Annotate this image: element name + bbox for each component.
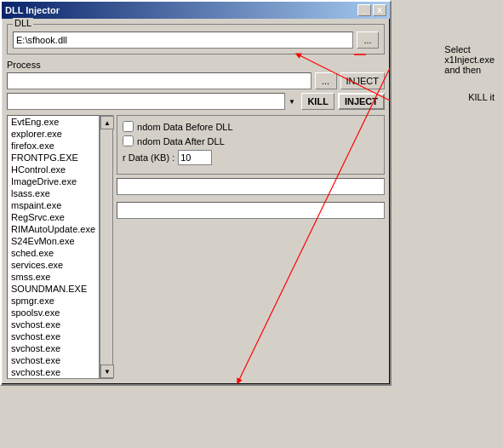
list-item[interactable]: S24EvMon.exe <box>8 235 99 247</box>
dll-injector-window: DLL Injector _ X DLL ... Process <box>0 0 392 386</box>
process-label: Process <box>7 60 385 70</box>
right-panel: ndom Data Before DLL ndom Data After DLL… <box>117 115 385 379</box>
list-item[interactable]: svchost.exe <box>8 354 99 366</box>
kill-button[interactable]: KILL <box>301 93 334 110</box>
combo-dropdown-arrow[interactable]: ▼ <box>284 93 298 110</box>
title-bar: DLL Injector _ X <box>2 2 390 19</box>
list-item[interactable]: svchost.exe <box>8 366 99 378</box>
dll-label: DLL <box>13 18 33 28</box>
dropdown-row: ▼ KILL INJECT <box>7 93 385 110</box>
scroll-up-button[interactable]: ▲ <box>100 116 114 129</box>
list-item[interactable]: svchost.exe <box>8 378 99 379</box>
random-after-label: ndom Data After DLL <box>137 136 225 146</box>
random-before-checkbox[interactable] <box>123 121 134 132</box>
process-combo-wrapper: ▼ <box>7 93 298 110</box>
process-browse-button[interactable]: ... <box>315 72 337 89</box>
dll-group: DLL ... <box>7 24 385 55</box>
window-title: DLL Injector <box>5 5 60 15</box>
list-item[interactable]: RIMAutoUpdate.exe <box>8 223 99 235</box>
data-kb-input[interactable] <box>178 150 212 165</box>
list-item[interactable]: smss.exe <box>8 271 99 283</box>
scroll-down-button[interactable]: ▼ <box>100 365 114 378</box>
list-item[interactable]: spmgr.exe <box>8 295 99 307</box>
list-item[interactable]: ImageDrive.exe <box>8 175 99 187</box>
list-item[interactable]: RegSrvc.exe <box>8 211 99 223</box>
annotation-1: Selectx1Inject.exeand then <box>444 44 494 75</box>
text-box-1 <box>117 178 385 195</box>
process-scrollbar[interactable]: ▲ ▼ <box>100 115 113 379</box>
scroll-track[interactable] <box>100 129 112 365</box>
list-item[interactable]: sched.exe <box>8 247 99 259</box>
annotation-2: KILL it <box>468 92 494 102</box>
process-list[interactable]: EvtEng.exeexplorer.exefirefox.exeFRONTPG… <box>7 115 100 379</box>
main-area: EvtEng.exeexplorer.exefirefox.exeFRONTPG… <box>7 115 385 379</box>
process-inject-button[interactable]: INJECT <box>340 72 386 89</box>
dll-path-input[interactable] <box>13 32 353 49</box>
random-before-row: ndom Data Before DLL <box>123 121 379 132</box>
list-item[interactable]: svchost.exe <box>8 342 99 354</box>
list-item[interactable]: EvtEng.exe <box>8 116 99 128</box>
list-item[interactable]: SOUNDMAN.EXE <box>8 283 99 295</box>
random-before-label: ndom Data Before DLL <box>137 122 233 132</box>
close-button[interactable]: X <box>373 4 386 16</box>
list-item[interactable]: mspaint.exe <box>8 199 99 211</box>
random-after-checkbox[interactable] <box>123 135 134 146</box>
random-after-row: ndom Data After DLL <box>123 135 379 146</box>
minimize-button[interactable]: _ <box>357 4 371 16</box>
list-item[interactable]: explorer.exe <box>8 128 99 140</box>
list-item[interactable]: spoolsv.exe <box>8 307 99 319</box>
list-item[interactable]: firefox.exe <box>8 140 99 152</box>
process-input[interactable] <box>7 72 312 89</box>
process-combo-input[interactable] <box>7 93 298 110</box>
list-item[interactable]: FRONTPG.EXE <box>8 152 99 164</box>
list-item[interactable]: HControl.exe <box>8 164 99 175</box>
inject2-button[interactable]: INJECT <box>338 93 385 110</box>
title-bar-buttons: _ X <box>357 4 386 16</box>
list-item[interactable]: svchost.exe <box>8 319 99 330</box>
list-item[interactable]: svchost.exe <box>8 330 99 342</box>
text-box-2 <box>117 202 385 219</box>
dll-row: ... <box>13 32 379 49</box>
data-kb-row: r Data (KB) : <box>123 150 379 165</box>
list-item[interactable]: services.exe <box>8 259 99 271</box>
options-box: ndom Data Before DLL ndom Data After DLL… <box>117 115 385 175</box>
data-kb-label: r Data (KB) : <box>123 152 174 163</box>
process-input-row: ... INJECT <box>7 72 385 89</box>
process-section: Process ... INJECT ▼ KILL INJECT <box>7 60 385 110</box>
dll-browse-button[interactable]: ... <box>357 32 379 49</box>
process-list-area: EvtEng.exeexplorer.exefirefox.exeFRONTPG… <box>7 115 113 379</box>
list-item[interactable]: lsass.exe <box>8 187 99 199</box>
